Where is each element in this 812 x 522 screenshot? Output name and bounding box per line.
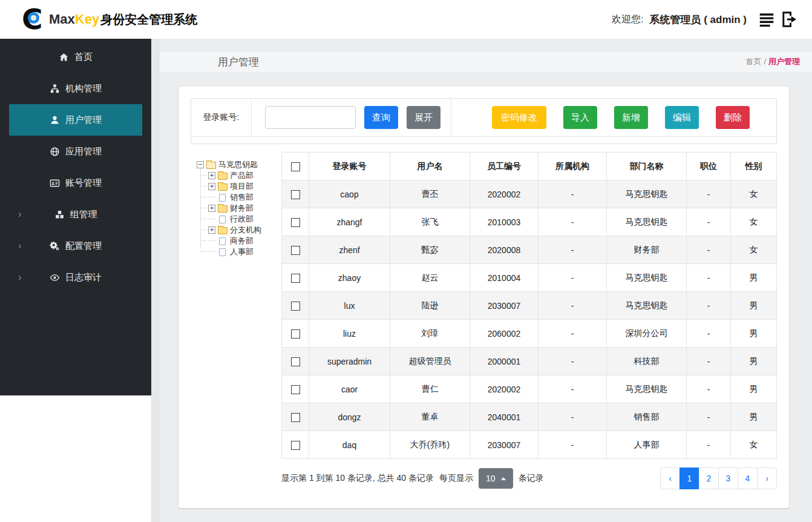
tree-expand-toggle[interactable]: +	[208, 172, 215, 179]
column-header: 员工编号	[470, 153, 539, 180]
folder-icon	[218, 173, 228, 180]
table-row[interactable]: liuz 刘璋 2060002 - 深圳分公司 - 男	[282, 320, 777, 348]
tree-node: 行政部	[208, 214, 281, 225]
sidebar-nav: 首页 机构管理 用户管理 应用管理	[0, 39, 151, 395]
table-row[interactable]: daq 大乔(乔玮) 2030007 - 人事部 - 女	[282, 431, 777, 459]
table-row[interactable]: zhaoy 赵云 2010004 - 马克思钥匙 - 男	[282, 264, 777, 292]
page-header-bar: 用户管理 首页/用户管理	[160, 51, 812, 72]
header-right: 欢迎您: 系统管理员 ( admin )	[612, 10, 799, 29]
sidebar-item-org[interactable]: 机构管理	[0, 73, 151, 104]
table-row[interactable]: lux 陆逊 2030007 - 马克思钥匙 - 男	[282, 292, 777, 320]
file-icon	[219, 216, 226, 223]
tree-node-label[interactable]: 销售部	[230, 192, 254, 203]
tree-node: + 项目部	[208, 181, 281, 192]
pagination-page-1[interactable]: 1	[679, 467, 699, 489]
column-header: 用户名	[390, 153, 470, 180]
per-page-label: 每页显示	[439, 473, 473, 484]
pagination: ‹ 1 2 3 4 ›	[660, 467, 777, 489]
id-card-icon	[50, 178, 60, 188]
pagination-page-2[interactable]: 2	[699, 467, 719, 489]
search-panel: 登录账号: 查询 展开 密码修改 导入 新增 编辑 删除	[191, 98, 777, 144]
table-row[interactable]: zhenf 甄宓 2020008 - 财务部 - 女	[282, 236, 777, 264]
row-checkbox[interactable]	[291, 302, 300, 311]
sidebar-item-label: 应用管理	[65, 146, 102, 157]
row-checkbox[interactable]	[291, 413, 300, 422]
maxkey-logo-icon: C	[22, 5, 48, 34]
summary-suffix: 条记录	[519, 473, 544, 484]
gears-icon	[50, 241, 60, 251]
tree-collapse-toggle[interactable]: −	[197, 161, 204, 168]
login-account-label: 登录账号:	[191, 99, 252, 136]
tree-node: + 财务部	[208, 203, 281, 214]
sidebar-column: 首页 机构管理 用户管理 应用管理	[0, 39, 151, 522]
login-account-input[interactable]	[265, 106, 356, 129]
tree-expand-toggle[interactable]: +	[208, 226, 215, 234]
pagination-page-4[interactable]: 4	[738, 467, 758, 489]
row-checkbox[interactable]	[291, 218, 300, 227]
sidebar-item-home[interactable]: 首页	[0, 41, 151, 73]
tree-node: 销售部	[208, 192, 281, 203]
tree-node-label[interactable]: 产品部	[230, 170, 254, 181]
eye-icon	[50, 273, 60, 283]
current-user: 系统管理员 ( admin )	[649, 13, 747, 27]
table-row[interactable]: dongz 董卓 2040001 - 销售部 - 男	[282, 403, 777, 431]
pagination-prev[interactable]: ‹	[660, 467, 680, 489]
pagination-page-3[interactable]: 3	[718, 467, 738, 489]
sidebar-item-users[interactable]: 用户管理	[9, 104, 142, 136]
breadcrumb-home-link[interactable]: 首页	[745, 57, 761, 66]
menu-list-icon[interactable]	[756, 10, 777, 28]
row-checkbox[interactable]	[291, 441, 300, 450]
tree-node-label[interactable]: 分支机构	[230, 225, 261, 236]
edit-button[interactable]: 编辑	[665, 106, 699, 129]
page-size-select[interactable]: 10	[479, 468, 513, 489]
tree-node-label[interactable]: 马克思钥匙	[218, 159, 258, 170]
import-button[interactable]: 导入	[563, 106, 597, 129]
table-row[interactable]: caor 曹仁 2020002 - 马克思钥匙 - 男	[282, 375, 777, 403]
row-checkbox[interactable]	[291, 274, 300, 283]
tree-expand-toggle[interactable]: +	[208, 183, 215, 190]
brand-text-key: Key	[75, 12, 99, 27]
column-header: 登录账号	[309, 153, 390, 180]
table-row[interactable]: caop 曹丕 2020002 - 马克思钥匙 - 女	[282, 180, 777, 208]
sidebar-item-label: 用户管理	[65, 114, 102, 126]
table-row[interactable]: superadmin 超级管理员 2000001 - 科技部 - 男	[282, 348, 777, 375]
expand-button[interactable]: 展开	[407, 106, 440, 129]
tree-node-label[interactable]: 财务部	[230, 203, 254, 214]
query-button[interactable]: 查询	[364, 106, 398, 129]
delete-button[interactable]: 删除	[716, 106, 750, 129]
row-checkbox[interactable]	[291, 329, 300, 339]
tree-node-label[interactable]: 行政部	[230, 214, 254, 225]
row-checkbox[interactable]	[291, 385, 300, 394]
row-checkbox[interactable]	[291, 246, 300, 255]
logout-icon[interactable]	[779, 10, 799, 29]
table-row[interactable]: zhangf 张飞 2010003 - 马克思钥匙 - 女	[282, 208, 777, 236]
column-header: 所属机构	[539, 153, 607, 180]
sidebar-item-audit[interactable]: 日志审计	[0, 262, 151, 293]
tree-node-label[interactable]: 人事部	[230, 246, 254, 257]
sidebar-item-apps[interactable]: 应用管理	[0, 136, 151, 167]
pagination-next[interactable]: ›	[757, 467, 777, 489]
row-checkbox[interactable]	[291, 357, 300, 366]
welcome-label: 欢迎您:	[612, 13, 643, 26]
summary-prefix: 显示第 1 到第 10 条记录, 总共 40 条记录	[281, 473, 434, 484]
tree-node-label[interactable]: 项目部	[230, 181, 254, 192]
sidebar-item-label: 机构管理	[65, 83, 102, 94]
sidebar-item-accounts[interactable]: 账号管理	[0, 167, 151, 199]
sidebar-item-config[interactable]: 配置管理	[0, 230, 151, 262]
tree-node-label[interactable]: 商务部	[230, 236, 254, 246]
cubes-icon	[54, 210, 65, 220]
sidebar-item-label: 日志审计	[65, 272, 102, 283]
sidebar-item-groups[interactable]: 组管理	[0, 199, 151, 230]
sidebar-item-label: 组管理	[70, 209, 97, 220]
add-button[interactable]: 新增	[614, 106, 648, 129]
select-all-checkbox[interactable]	[291, 162, 300, 171]
globe-icon	[50, 147, 60, 157]
content-card: 登录账号: 查询 展开 密码修改 导入 新增 编辑 删除	[178, 87, 789, 508]
change-password-button[interactable]: 密码修改	[492, 106, 546, 129]
row-checkbox[interactable]	[291, 190, 300, 199]
file-icon	[219, 237, 226, 245]
tree-expand-toggle[interactable]: +	[208, 205, 215, 212]
home-icon	[59, 52, 69, 62]
page-size-value: 10	[486, 474, 496, 483]
users-table: 登录账号 用户名 员工编号 所属机构 部门名称 职位 性别	[281, 152, 777, 459]
